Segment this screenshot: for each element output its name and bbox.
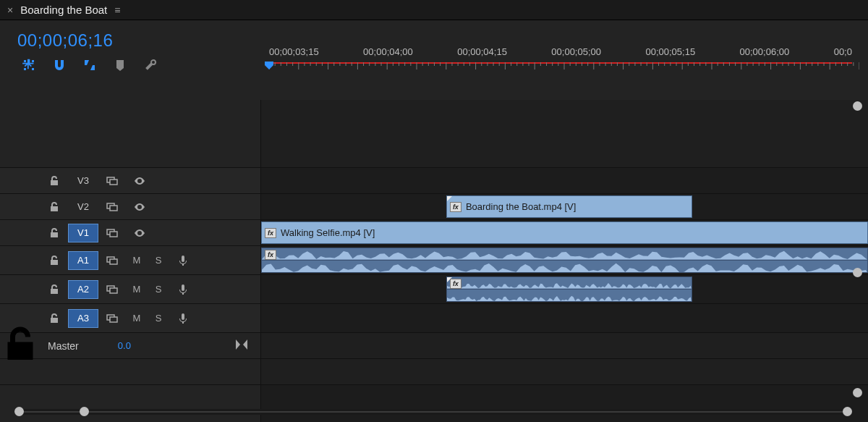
track-header-a1: A1 M S [0,246,260,275]
clip-boarding-the-boat-video[interactable]: fx Boarding the Boat.mp4 [V] [446,195,692,218]
linked-selection-icon[interactable] [82,58,97,72]
ruler-time-label: 00;00;04;00 [363,46,413,57]
track-target-toggle[interactable]: A3 [68,309,98,328]
lock-icon[interactable] [41,304,68,332]
master-label: Master [48,340,79,352]
playhead-icon[interactable] [265,61,273,69]
lock-icon[interactable] [41,275,68,303]
clip-walking-selfie-video[interactable]: fx Walking Selfie.mp4 [V] [261,221,868,244]
sync-lock-icon[interactable] [98,168,126,193]
mute-button[interactable]: M [126,284,148,295]
settings-wrench-icon[interactable] [143,58,158,72]
voiceover-mic-icon[interactable] [169,304,197,332]
svg-rect-2 [24,68,26,70]
fx-badge-icon[interactable]: fx [265,228,276,238]
svg-rect-0 [24,60,26,62]
track-a1-lane[interactable]: fx [261,246,868,275]
ruler-time-label: 00;00;03;15 [269,46,319,57]
insert-timeline-icon[interactable] [22,58,36,72]
clip-boarding-the-boat-audio[interactable]: fx [446,277,692,302]
snap-magnet-icon[interactable] [52,58,67,72]
master-track-row: Master 0.0 [0,333,260,359]
fx-badge-icon[interactable]: fx [450,279,461,289]
svg-rect-116 [110,317,117,322]
close-panel-icon[interactable]: × [7,4,13,16]
solo-button[interactable]: S [148,313,169,324]
vertical-scroll-mid-handle[interactable] [853,268,862,277]
voiceover-mic-icon[interactable] [169,275,197,303]
panel-title[interactable]: Boarding the Boat [20,4,107,16]
track-header-v2: V2 [0,194,260,220]
current-timecode[interactable]: 00;00;06;16 [17,30,269,51]
track-target-toggle[interactable]: A1 [68,251,98,270]
track-a3-lane[interactable] [261,304,868,333]
ruler-time-label: 00;0 [834,46,852,57]
svg-rect-106 [110,180,117,185]
solo-button[interactable]: S [148,284,169,295]
track-target-toggle[interactable]: A2 [68,280,98,299]
marker-icon[interactable] [113,58,127,72]
track-header-column: V3 V2 V1 A1 M S A2 M S A3 M S [0,100,260,422]
timeline-tracks-area[interactable]: fx Boarding the Boat.mp4 [V] fx Walking … [260,100,868,422]
lock-icon[interactable] [0,324,41,367]
solo-button[interactable]: S [148,255,169,266]
sync-lock-icon[interactable] [98,275,126,303]
track-header-v1: V1 [0,220,260,246]
svg-rect-114 [110,288,117,293]
horizontal-zoom-scrollbar[interactable] [14,409,846,415]
clip-label: Walking Selfie.mp4 [V] [281,227,375,238]
vertical-scroll-top-handle[interactable] [853,101,862,111]
panel-menu-icon[interactable]: ≡ [114,4,120,16]
track-v3-lane[interactable] [261,168,868,194]
mute-button[interactable]: M [126,313,148,324]
hscroll-end-handle[interactable] [843,407,852,416]
ruler-time-label: 00;00;05;00 [551,46,601,57]
svg-rect-3 [32,68,34,70]
eye-icon[interactable] [126,220,153,245]
track-v1-lane[interactable]: fx Walking Selfie.mp4 [V] [261,220,868,246]
svg-rect-112 [110,259,117,264]
sync-lock-icon[interactable] [98,220,126,245]
lock-icon[interactable] [41,194,68,219]
track-master-lane[interactable] [261,333,868,359]
master-value[interactable]: 0.0 [118,340,131,351]
track-target-toggle[interactable]: V3 [68,172,98,190]
svg-rect-110 [110,232,117,237]
ruler-time-label: 00;00;06;00 [740,46,790,57]
lock-icon[interactable] [41,246,68,274]
track-header-a2: A2 M S [0,275,260,304]
eye-icon[interactable] [126,168,153,193]
svg-rect-108 [110,206,117,211]
ruler-time-label: 00;00;05;15 [645,46,695,57]
sync-lock-icon[interactable] [98,246,126,274]
fx-badge-icon[interactable]: fx [265,250,276,260]
svg-rect-1 [32,60,34,62]
time-ruler[interactable]: 00;00;03;1500;00;04;0000;00;04;1500;00;0… [269,46,859,96]
voiceover-mic-icon[interactable] [169,246,197,274]
clip-walking-selfie-audio[interactable]: fx [261,248,868,273]
track-target-toggle[interactable]: V2 [68,198,98,216]
hscroll-left-handle[interactable] [14,407,24,416]
lock-icon[interactable] [41,220,68,245]
panel-titlebar: × Boarding the Boat ≡ [0,0,868,20]
vertical-scroll-bottom-handle[interactable] [853,388,862,397]
collapse-icon[interactable] [236,339,247,352]
lock-icon[interactable] [41,168,68,193]
eye-icon[interactable] [126,194,153,219]
track-header-v3: V3 [0,168,260,194]
track-target-toggle[interactable]: V1 [68,224,98,242]
clip-label: Boarding the Boat.mp4 [V] [466,201,576,212]
mute-button[interactable]: M [126,255,148,266]
track-v2-lane[interactable]: fx Boarding the Boat.mp4 [V] [261,194,868,220]
ruler-time-label: 00;00;04;15 [457,46,507,57]
hscroll-right-handle[interactable] [80,407,89,416]
sync-lock-icon[interactable] [98,304,126,332]
sync-lock-icon[interactable] [98,194,126,219]
track-a2-lane[interactable]: fx [261,275,868,304]
fx-badge-icon[interactable]: fx [450,202,461,212]
